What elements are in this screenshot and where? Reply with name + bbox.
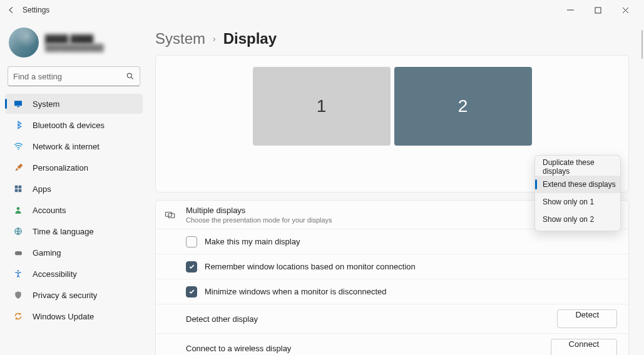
svg-rect-3 bbox=[14, 101, 22, 106]
section-title: Multiple displays bbox=[186, 206, 332, 215]
breadcrumb-current: Display bbox=[223, 30, 277, 48]
wifi-icon bbox=[13, 141, 24, 152]
app-title: Settings bbox=[23, 6, 556, 14]
search-input[interactable] bbox=[13, 72, 126, 81]
svg-rect-8 bbox=[15, 189, 18, 192]
wireless-row: Connect to a wireless display Connect bbox=[156, 334, 628, 355]
back-button[interactable] bbox=[5, 4, 18, 16]
section-subtitle: Choose the presentation mode for your di… bbox=[186, 216, 332, 224]
make-main-label: Make this my main display bbox=[205, 237, 300, 246]
close-button[interactable] bbox=[611, 1, 639, 19]
nav-update[interactable]: Windows Update bbox=[5, 306, 143, 326]
breadcrumb-parent[interactable]: System bbox=[155, 30, 205, 48]
maximize-button[interactable] bbox=[584, 1, 611, 19]
nav-personalization[interactable]: Personalization bbox=[5, 158, 143, 178]
checkbox-minimize[interactable] bbox=[186, 286, 197, 298]
globe-icon bbox=[13, 226, 24, 237]
chevron-right-icon: › bbox=[213, 34, 216, 44]
detect-button[interactable]: Detect bbox=[557, 309, 617, 328]
nav-gaming[interactable]: Gaming bbox=[5, 242, 143, 262]
nav-label: Network & internet bbox=[33, 142, 100, 151]
avatar bbox=[9, 28, 39, 58]
checkbox-remember[interactable] bbox=[186, 261, 197, 272]
gaming-icon bbox=[13, 247, 24, 258]
detect-row: Detect other display Detect bbox=[156, 304, 628, 334]
detect-label: Detect other display bbox=[186, 314, 258, 324]
nav-bluetooth[interactable]: Bluetooth & devices bbox=[5, 115, 143, 135]
search-icon bbox=[126, 72, 135, 81]
apps-icon bbox=[13, 183, 24, 194]
user-email: ████████████ bbox=[45, 44, 104, 51]
nav-label: Windows Update bbox=[33, 312, 94, 321]
svg-point-13 bbox=[18, 270, 19, 271]
sidebar: ████ ████ ████████████ System Bluetooth … bbox=[0, 20, 150, 355]
remember-label: Remember window locations based on monit… bbox=[205, 262, 416, 271]
nav-label: System bbox=[33, 99, 59, 109]
svg-rect-12 bbox=[14, 251, 21, 255]
person-icon bbox=[13, 204, 24, 216]
display-arrangement-card: 1 2 Identify Duplicate these displays Ex… bbox=[155, 55, 629, 192]
monitor-2[interactable]: 2 bbox=[394, 67, 532, 146]
window-controls bbox=[556, 1, 639, 19]
nav-accessibility[interactable]: Accessibility bbox=[5, 264, 143, 284]
monitor-1[interactable]: 1 bbox=[253, 67, 391, 146]
nav-label: Time & language bbox=[33, 227, 94, 236]
dropdown-show2[interactable]: Show only on 2 bbox=[535, 211, 620, 228]
nav-label: Privacy & security bbox=[33, 291, 97, 300]
bluetooth-icon bbox=[13, 119, 24, 131]
minimize-row[interactable]: Minimize windows when a monitor is disco… bbox=[156, 279, 628, 304]
nav-network[interactable]: Network & internet bbox=[5, 136, 143, 156]
dropdown-duplicate[interactable]: Duplicate these displays bbox=[535, 158, 620, 176]
nav-label: Apps bbox=[33, 184, 51, 194]
monitor-layout[interactable]: 1 2 bbox=[167, 67, 617, 146]
nav-label: Personalization bbox=[33, 163, 88, 172]
display-icon bbox=[13, 98, 24, 109]
wireless-label: Connect to a wireless display bbox=[186, 344, 291, 353]
brush-icon bbox=[13, 162, 24, 173]
update-icon bbox=[13, 311, 24, 322]
checkbox-make-main[interactable] bbox=[186, 236, 197, 248]
svg-rect-6 bbox=[15, 186, 18, 189]
display-mode-dropdown: Duplicate these displays Extend these di… bbox=[534, 155, 621, 231]
content-area: System › Display 1 2 Identify Duplicate … bbox=[150, 20, 644, 355]
multidisplay-icon bbox=[165, 209, 176, 221]
nav-privacy[interactable]: Privacy & security bbox=[5, 285, 143, 305]
nav-list: System Bluetooth & devices Network & int… bbox=[5, 94, 143, 326]
accessibility-icon bbox=[13, 268, 24, 279]
user-name: ████ ████ bbox=[45, 34, 104, 44]
svg-rect-4 bbox=[17, 106, 19, 107]
remember-row[interactable]: Remember window locations based on monit… bbox=[156, 254, 628, 279]
nav-accounts[interactable]: Accounts bbox=[5, 200, 143, 220]
nav-time[interactable]: Time & language bbox=[5, 221, 143, 241]
svg-point-5 bbox=[18, 148, 19, 149]
breadcrumb: System › Display bbox=[155, 30, 629, 48]
scrollbar[interactable] bbox=[641, 30, 643, 59]
user-block[interactable]: ████ ████ ████████████ bbox=[9, 28, 139, 58]
dropdown-show1[interactable]: Show only on 1 bbox=[535, 193, 620, 211]
nav-label: Accessibility bbox=[33, 269, 77, 279]
nav-label: Accounts bbox=[33, 206, 66, 215]
make-main-row[interactable]: Make this my main display bbox=[156, 229, 628, 254]
minimize-label: Minimize windows when a monitor is disco… bbox=[205, 287, 386, 296]
search-box[interactable] bbox=[8, 66, 140, 86]
nav-apps[interactable]: Apps bbox=[5, 179, 143, 199]
svg-rect-9 bbox=[19, 189, 22, 192]
nav-label: Gaming bbox=[33, 248, 61, 258]
svg-point-2 bbox=[127, 73, 131, 78]
svg-rect-1 bbox=[595, 8, 601, 13]
shield-icon bbox=[13, 289, 24, 301]
minimize-button[interactable] bbox=[556, 1, 584, 19]
nav-system[interactable]: System bbox=[5, 94, 143, 114]
dropdown-extend[interactable]: Extend these displays bbox=[535, 176, 620, 193]
connect-button[interactable]: Connect bbox=[551, 339, 617, 355]
svg-point-10 bbox=[17, 207, 20, 210]
title-bar: Settings bbox=[0, 0, 644, 20]
nav-label: Bluetooth & devices bbox=[33, 121, 105, 130]
svg-rect-7 bbox=[19, 186, 22, 189]
